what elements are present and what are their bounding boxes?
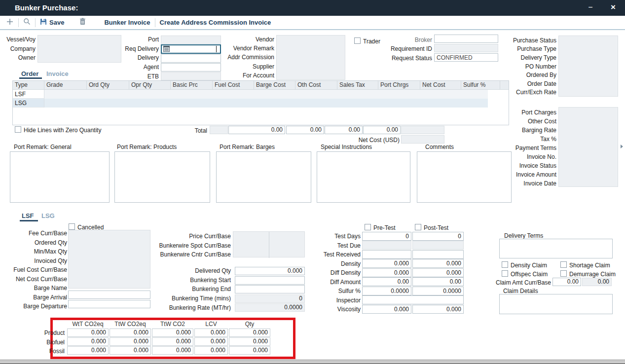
claim-amt-field[interactable]: 0.00 xyxy=(552,278,581,286)
density-claim-checkbox[interactable] xyxy=(502,261,508,268)
close-button[interactable]: × xyxy=(606,0,620,16)
vendor-remark-label: Vendor Remark xyxy=(233,44,274,53)
co2-cell[interactable]: 0.000 xyxy=(110,346,151,355)
test-days-pre-field[interactable]: 0 xyxy=(362,232,411,241)
tab-invoice[interactable]: Invoice xyxy=(46,70,69,77)
port-remark-products-textarea[interactable] xyxy=(114,151,210,203)
company-label: Company xyxy=(10,44,36,54)
col-type[interactable]: Type xyxy=(13,81,44,89)
col-barge-cost[interactable]: Barge Cost xyxy=(254,81,295,89)
col-sulfur-pct[interactable]: Sulfur % xyxy=(461,81,500,89)
co2-cell[interactable]: 0.000 xyxy=(67,346,109,355)
req-delivery-field[interactable] xyxy=(161,44,221,54)
tab-order[interactable]: Order xyxy=(21,70,38,77)
co2-cell[interactable]: 0.000 xyxy=(67,328,109,337)
diff-amount-post-field[interactable]: 0.00 xyxy=(412,277,464,286)
barge-departure-label: Barge Departure xyxy=(23,302,67,311)
col-basic-prc[interactable]: Basic Prc xyxy=(171,81,213,89)
col-oth-cost[interactable]: Oth Cost xyxy=(295,81,337,89)
grid-cell-type[interactable]: LSG xyxy=(13,99,44,108)
viscosity-pre-field[interactable]: 0.000 xyxy=(362,305,411,314)
calendar-icon[interactable] xyxy=(163,46,170,54)
inspector-field[interactable] xyxy=(362,295,464,304)
col-ord-qty[interactable]: Ord Qty xyxy=(87,81,129,89)
claim-details-textarea[interactable] xyxy=(499,294,613,314)
co2-cell[interactable]: 0.000 xyxy=(152,346,193,355)
pre-test-checkbox[interactable] xyxy=(365,224,371,230)
port-remark-general-textarea[interactable] xyxy=(10,151,110,203)
delete-button[interactable] xyxy=(79,18,86,27)
delivery-label: Delivery xyxy=(138,53,159,63)
shortage-claim-checkbox[interactable] xyxy=(560,261,567,268)
sulfur-pre-field[interactable]: 0.0000 xyxy=(362,287,411,295)
viscosity-post-field[interactable]: 0.000 xyxy=(412,305,464,314)
hide-zero-qty-checkbox[interactable] xyxy=(15,126,21,133)
broker-field[interactable] xyxy=(434,35,498,43)
create-address-commission-invoice-button[interactable]: Create Address Commission Invoice xyxy=(160,19,271,26)
co2-cell[interactable]: 0.000 xyxy=(229,328,270,337)
col-net-cost[interactable]: Net Cost xyxy=(420,81,461,89)
demurrage-claim-checkbox[interactable] xyxy=(560,270,567,277)
save-button[interactable]: Save xyxy=(40,18,64,27)
density-pre-field[interactable]: 0.000 xyxy=(362,259,411,268)
co2-cell[interactable]: 0.000 xyxy=(152,328,193,337)
trader-checkbox[interactable] xyxy=(354,37,361,44)
bunkering-end-field[interactable] xyxy=(235,285,305,293)
density-post-field[interactable]: 0.000 xyxy=(412,259,464,268)
offspec-claim-checkbox[interactable] xyxy=(502,270,508,277)
delivered-qty-field[interactable]: 0.000 xyxy=(235,267,305,275)
test-received-pre-field[interactable] xyxy=(362,250,411,259)
tab-lsg[interactable]: LSG xyxy=(41,212,55,219)
co2-cell[interactable]: 0.000 xyxy=(152,337,193,346)
minimize-button[interactable]: − xyxy=(584,0,597,16)
diff-density-post-field[interactable]: 0.000 xyxy=(412,268,464,277)
add-button[interactable] xyxy=(6,18,14,28)
grid-cell-type[interactable]: LSF xyxy=(13,90,44,99)
co2-cell[interactable]: 0.000 xyxy=(194,346,228,355)
diff-density-pre-field[interactable]: 0.000 xyxy=(362,268,411,277)
col-grade[interactable]: Grade xyxy=(44,81,87,89)
co2-cell[interactable]: 0.000 xyxy=(110,337,151,346)
comments-textarea[interactable] xyxy=(417,151,512,203)
co2-cell[interactable]: 0.000 xyxy=(194,328,228,337)
test-due-label: Test Due xyxy=(337,241,361,251)
col-port-chrgs[interactable]: Port Chrgs xyxy=(378,81,420,89)
grid-row-lsf-cells[interactable] xyxy=(44,90,488,99)
search-button[interactable] xyxy=(23,18,31,27)
horizontal-scrollbar[interactable] xyxy=(0,360,625,364)
barge-departure-field[interactable] xyxy=(68,300,150,308)
delivery-terms-textarea[interactable] xyxy=(499,239,613,258)
bunkering-label-column: Delivered Qty Bunkering Start Bunkering … xyxy=(148,266,231,312)
grid-row-lsg[interactable]: LSG xyxy=(13,99,509,108)
test-days-label: Test Days xyxy=(334,232,361,241)
diff-amount-label: Diff Amount xyxy=(330,278,361,287)
port-remark-barges-textarea[interactable] xyxy=(216,151,311,203)
col-opr-qty[interactable]: Opr Qty xyxy=(129,81,171,89)
post-test-checkbox[interactable] xyxy=(415,224,421,230)
col-sales-tax[interactable]: Sales Tax xyxy=(337,81,378,89)
sulfur-post-field[interactable]: 0.0000 xyxy=(412,287,464,295)
bunker-invoice-button[interactable]: Bunker Invoice xyxy=(104,19,150,26)
diff-amount-pre-field[interactable]: 0.00 xyxy=(362,277,411,286)
co2-cell[interactable]: 0.000 xyxy=(194,337,228,346)
grid-row-lsg-cells[interactable] xyxy=(44,99,488,108)
payment-terms-expander-icon[interactable] xyxy=(621,145,623,148)
save-icon xyxy=(40,18,47,27)
col-fuel-cost[interactable]: Fuel Cost xyxy=(213,81,254,89)
port-remark-general-label: Port Remark: General xyxy=(14,144,72,150)
cancelled-checkbox[interactable] xyxy=(69,223,75,230)
grid-row-lsf[interactable]: LSF xyxy=(13,90,509,99)
barge-arrival-field[interactable] xyxy=(68,291,150,299)
special-instructions-textarea[interactable] xyxy=(317,151,410,203)
test-received-post-field[interactable] xyxy=(412,250,464,259)
tab-lsf[interactable]: LSF xyxy=(22,212,34,219)
bunkering-start-field[interactable] xyxy=(235,276,305,285)
co2-cell[interactable]: 0.000 xyxy=(110,328,151,337)
agent-field[interactable] xyxy=(161,63,221,72)
co2-cell[interactable]: 0.000 xyxy=(229,346,270,355)
delivery-field[interactable] xyxy=(161,54,221,63)
co2-cell[interactable]: 0.000 xyxy=(229,337,270,346)
test-days-post-field[interactable]: 0 xyxy=(412,232,464,241)
co2-cell[interactable]: 0.000 xyxy=(67,337,109,346)
co2-row-label-column: Product Biofuel Fossil xyxy=(30,328,65,356)
